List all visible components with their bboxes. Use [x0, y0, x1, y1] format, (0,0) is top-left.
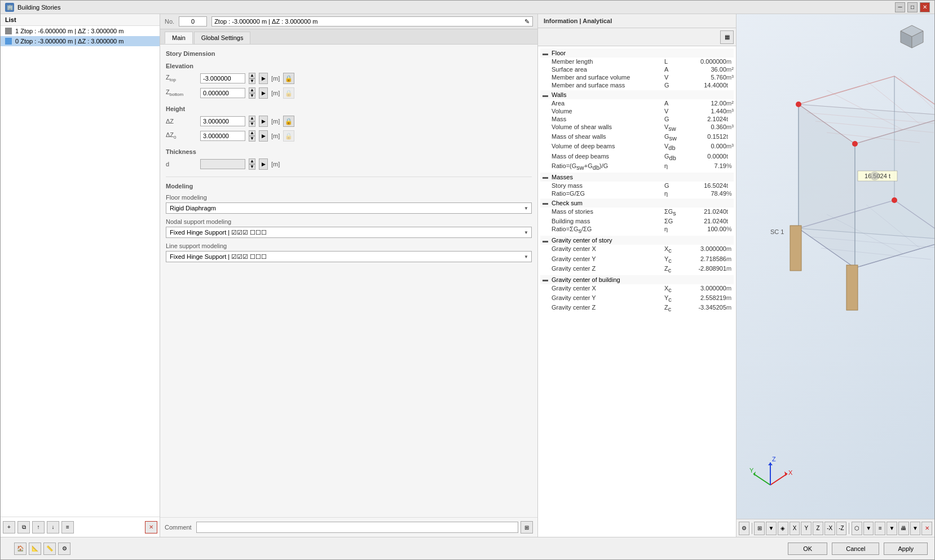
bottom-tool-2[interactable]: 📐: [29, 543, 41, 555]
zbottom-input[interactable]: [200, 88, 245, 98]
maximize-button[interactable]: □: [907, 2, 918, 12]
dz-arrow-btn[interactable]: ▶: [259, 116, 268, 127]
delete-story-button[interactable]: ✕: [145, 521, 157, 533]
viewport-view-y[interactable]: Y: [801, 522, 811, 535]
viewport-layers-btn[interactable]: ≡: [875, 522, 885, 535]
viewport-dropdown-2[interactable]: ▼: [863, 522, 874, 535]
cell-name: Gravity center X: [552, 245, 664, 254]
title-bar-left: 🏢 Building Stories: [5, 3, 60, 12]
scene-svg: 16.5024 t SC 1 SC 1 -3.000000 m 0.000000…: [753, 59, 934, 386]
dz-spin-up[interactable]: ▲: [249, 116, 255, 121]
viewport-dropdown-4[interactable]: ▼: [910, 522, 921, 535]
tree-group-checksum-header[interactable]: ▬ Check sum: [540, 199, 734, 208]
sort-button[interactable]: ≡: [61, 521, 74, 533]
viewport-view-xm[interactable]: -X: [824, 522, 835, 535]
cell-value: 7.19: [681, 162, 726, 171]
dz-input[interactable]: [200, 116, 245, 126]
bottom-tool-3[interactable]: 📏: [43, 543, 56, 555]
dz0-lock-btn[interactable]: 🔒: [283, 130, 294, 142]
comment-label: Comment: [165, 524, 192, 531]
apply-button[interactable]: Apply: [884, 543, 928, 555]
tree-group-masses-header[interactable]: ▬ Masses: [540, 173, 734, 182]
viewport-view-btn-1[interactable]: ⊞: [754, 522, 765, 535]
tree-row: Mass of deep beams Gdb 0.0000 t: [540, 152, 734, 162]
ztop-spin-down[interactable]: ▼: [249, 78, 255, 84]
ztop-lock-btn[interactable]: 🔒: [283, 73, 294, 84]
ztop-input[interactable]: [200, 73, 245, 83]
dz-lock-btn[interactable]: 🔒: [283, 116, 294, 127]
viewport-view-z[interactable]: Z: [813, 522, 823, 535]
viewport-print-btn[interactable]: 🖶: [898, 522, 909, 535]
3d-cube-icon[interactable]: [895, 20, 929, 54]
comment-section: Comment ⊞: [160, 517, 537, 537]
thickness-input[interactable]: [200, 159, 245, 169]
tree-group-floor: ▬ Floor Member length L 0.000000 m Surfa…: [540, 48, 734, 89]
cell-value: 100.00: [681, 226, 726, 234]
viewport-dropdown-1[interactable]: ▼: [766, 522, 777, 535]
dz0-unit: [m]: [271, 133, 280, 139]
cancel-button[interactable]: Cancel: [832, 543, 879, 555]
dz0-arrow-btn[interactable]: ▶: [259, 130, 268, 142]
move-up-button[interactable]: ↑: [32, 521, 45, 533]
comment-input[interactable]: [196, 522, 518, 533]
svg-text:Y: Y: [749, 467, 754, 474]
viewport-dropdown-3[interactable]: ▼: [887, 522, 897, 535]
copy-story-button[interactable]: ⧉: [17, 521, 30, 533]
dz0-input[interactable]: [200, 131, 245, 141]
ok-button[interactable]: OK: [788, 543, 827, 555]
cell-symbol: A: [664, 100, 681, 107]
bottom-tool-1[interactable]: 🏠: [14, 543, 27, 555]
nodal-support-select[interactable]: Fixed Hinge Support | ☑☑☑ ☐☐☐: [166, 227, 532, 238]
close-button[interactable]: ✕: [920, 2, 930, 12]
viewport-settings-btn[interactable]: ⚙: [739, 522, 749, 535]
tree-group-gravity-story-header[interactable]: ▬ Gravity center of story: [540, 236, 734, 245]
cell-unit: m²: [726, 100, 736, 107]
line-support-select[interactable]: Fixed Hinge Support | ☑☑☑ ☐☐☐: [166, 251, 532, 262]
minimize-button[interactable]: ─: [895, 2, 905, 12]
cell-symbol: V: [664, 108, 681, 114]
tree-group-floor-header[interactable]: ▬ Floor: [540, 48, 734, 58]
name-input[interactable]: [211, 16, 533, 27]
zbottom-spin-down[interactable]: ▼: [249, 93, 255, 99]
move-down-button[interactable]: ↓: [47, 521, 59, 533]
floor-expand-icon: ▬: [543, 50, 549, 56]
list-item-selected[interactable]: 0 Ztop : -3.000000 m | ΔZ : 3.000000 m: [1, 36, 160, 46]
ztop-spin-up[interactable]: ▲: [249, 73, 255, 78]
svg-text:SC 1: SC 1: [770, 228, 784, 235]
tab-main[interactable]: Main: [165, 32, 193, 44]
info-table-btn[interactable]: ▦: [720, 30, 734, 44]
name-input-wrap: ✎: [211, 16, 533, 27]
dz-spin-down[interactable]: ▼: [249, 121, 255, 127]
zbottom-spin-up[interactable]: ▲: [249, 87, 255, 93]
d-spin-up[interactable]: ▲: [249, 158, 255, 164]
add-story-button[interactable]: +: [3, 521, 15, 533]
zbottom-arrow-btn[interactable]: ▶: [259, 87, 268, 99]
tab-global-settings[interactable]: Global Settings: [194, 32, 251, 44]
list-item[interactable]: 1 Ztop : -6.000000 m | ΔZ : 3.000000 m: [1, 26, 160, 36]
viewport-view-zm[interactable]: -Z: [836, 522, 847, 535]
viewport-view-x[interactable]: X: [790, 522, 800, 535]
tree-group-gravity-building-header[interactable]: ▬ Gravity center of building: [540, 275, 734, 284]
tree-group-walls-header[interactable]: ▬ Walls: [540, 90, 734, 99]
bottom-tool-4[interactable]: ⚙: [58, 543, 70, 555]
dz0-spin-up[interactable]: ▲: [249, 130, 255, 136]
zbottom-unit: [m]: [271, 90, 280, 96]
cell-value: 21.0240: [681, 218, 726, 224]
viewport-render-btn[interactable]: ◈: [778, 522, 788, 535]
viewport-iso-btn[interactable]: ⬡: [852, 522, 862, 535]
comment-action-btn[interactable]: ⊞: [521, 521, 533, 533]
no-input[interactable]: [179, 16, 207, 27]
viewport-3d[interactable]: 16.5024 t SC 1 SC 1 -3.000000 m 0.000000…: [736, 14, 934, 519]
cell-symbol: ΣGs: [664, 208, 681, 217]
viewport-close-btn[interactable]: ✕: [921, 522, 932, 535]
d-spin-down[interactable]: ▼: [249, 164, 255, 170]
floor-modeling-select[interactable]: Rigid Diaphragm: [166, 202, 532, 214]
ztop-arrow-btn[interactable]: ▶: [259, 73, 268, 84]
tree-row: Gravity center Z Zc -2.808901 m: [540, 264, 734, 274]
d-arrow-btn[interactable]: ▶: [259, 158, 268, 170]
cell-symbol: η: [664, 162, 681, 171]
cell-unit: m: [726, 255, 736, 264]
name-edit-button[interactable]: ✎: [522, 16, 532, 27]
zbottom-lock-btn[interactable]: 🔒: [283, 87, 294, 99]
dz0-spin-down[interactable]: ▼: [249, 136, 255, 142]
